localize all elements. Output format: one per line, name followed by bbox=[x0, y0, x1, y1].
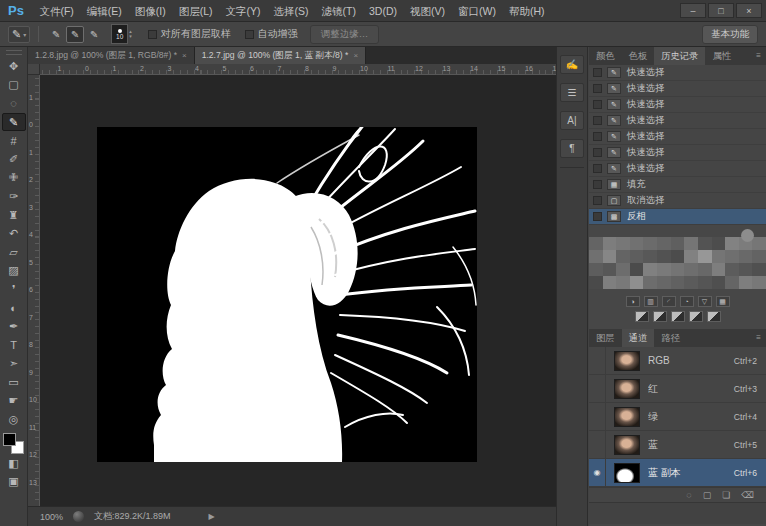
brush-size-spinner[interactable]: ▴ ▾ bbox=[129, 29, 132, 39]
menu-item[interactable]: 文字(Y) bbox=[219, 0, 267, 22]
channel-footer-button[interactable]: ▢ bbox=[703, 490, 712, 500]
tool-button[interactable]: ♜ bbox=[2, 206, 26, 225]
history-state-row[interactable]: ✎ 快速选择 bbox=[589, 161, 766, 177]
menu-item[interactable]: 窗口(W) bbox=[452, 0, 503, 22]
adjustment-preset-icon[interactable] bbox=[635, 311, 649, 322]
panel-tab[interactable]: 通道 bbox=[622, 329, 655, 347]
adjustment-preset-icon[interactable] bbox=[707, 311, 721, 322]
tool-button[interactable]: ▱ bbox=[2, 243, 26, 262]
history-source-checkbox[interactable] bbox=[593, 164, 602, 173]
history-state-row[interactable]: ✎ 快速选择 bbox=[589, 129, 766, 145]
channel-footer-button[interactable]: ⌫ bbox=[741, 490, 754, 500]
adjustment-preset-icon[interactable] bbox=[653, 311, 667, 322]
document-tab[interactable]: 1.2.7.jpg @ 100% (图层 1, 蓝 副本/8) * × bbox=[195, 47, 366, 64]
adjustment-preset-icon[interactable] bbox=[671, 311, 685, 322]
history-source-checkbox[interactable] bbox=[593, 196, 602, 205]
history-source-checkbox[interactable] bbox=[593, 132, 602, 141]
panel-menu-icon[interactable]: ≡ bbox=[756, 329, 766, 347]
history-source-checkbox[interactable] bbox=[593, 212, 602, 221]
option-checkbox[interactable]: 对所有图层取样 bbox=[148, 27, 231, 41]
document-tab[interactable]: 1.2.8.jpg @ 100% (图层 1, RGB/8#) * × bbox=[28, 47, 195, 64]
panel-tab[interactable]: 图层 bbox=[589, 329, 622, 347]
workspace-switcher-button[interactable]: 基本功能 bbox=[702, 25, 758, 44]
menu-item[interactable]: 滤镜(T) bbox=[315, 0, 362, 22]
history-state-row[interactable]: ✎ 快速选择 bbox=[589, 145, 766, 161]
tool-button[interactable]: ▭ bbox=[2, 373, 26, 392]
status-menu-arrow-icon[interactable]: ▶ bbox=[209, 512, 215, 521]
menu-item[interactable]: 图像(I) bbox=[128, 0, 172, 22]
adjustment-icon[interactable]: ▽ bbox=[698, 296, 712, 307]
visibility-toggle[interactable]: ◉ bbox=[589, 459, 606, 486]
adjustment-icon[interactable]: ▦ bbox=[716, 296, 730, 307]
channel-row[interactable]: ◉ 绿 Ctrl+4 bbox=[589, 403, 766, 431]
channel-row[interactable]: ◉ 蓝 副本 Ctrl+6 bbox=[589, 459, 766, 487]
tool-button[interactable]: ▢ bbox=[2, 76, 26, 95]
history-source-checkbox[interactable] bbox=[593, 180, 602, 189]
toolbar-grip[interactable] bbox=[6, 50, 22, 55]
tool-button[interactable]: ➣ bbox=[2, 355, 26, 374]
channel-row[interactable]: ◉ RGB Ctrl+2 bbox=[589, 347, 766, 375]
close-icon[interactable]: × bbox=[353, 51, 358, 60]
history-state-row[interactable]: ▦ 填充 bbox=[589, 177, 766, 193]
tool-button[interactable]: ✐ bbox=[2, 150, 26, 169]
menu-item[interactable]: 帮助(H) bbox=[502, 0, 551, 22]
tool-button[interactable]: ✎ bbox=[2, 113, 26, 132]
menu-item[interactable]: 视图(V) bbox=[404, 0, 452, 22]
selection-mode-button[interactable]: ✎ bbox=[47, 26, 65, 43]
dock-panel-icon[interactable]: ¶ bbox=[560, 139, 584, 158]
panel-tab[interactable]: 颜色 bbox=[589, 47, 622, 65]
history-state-row[interactable]: ✎ 快速选择 bbox=[589, 97, 766, 113]
dock-panel-icon[interactable]: ☰ bbox=[560, 83, 584, 102]
minimize-button[interactable]: – bbox=[680, 3, 706, 18]
refine-edge-button[interactable]: 调整边缘… bbox=[310, 25, 380, 44]
visibility-toggle[interactable]: ◉ bbox=[589, 347, 606, 374]
history-state-row[interactable]: ▢ 取消选择 bbox=[589, 193, 766, 209]
tool-button[interactable]: ✥ bbox=[2, 57, 26, 76]
channel-row[interactable]: ◉ 红 Ctrl+3 bbox=[589, 375, 766, 403]
panel-tab[interactable]: 属性 bbox=[705, 47, 738, 65]
dock-panel-icon[interactable]: A| bbox=[560, 111, 584, 130]
adjustment-icon[interactable]: ▥ bbox=[644, 296, 658, 307]
history-source-checkbox[interactable] bbox=[593, 116, 602, 125]
adjustment-preset-icon[interactable] bbox=[689, 311, 703, 322]
zoom-level-field[interactable]: 100% bbox=[40, 512, 63, 522]
history-state-row[interactable]: ✎ 快速选择 bbox=[589, 81, 766, 97]
tool-button[interactable]: ❜ bbox=[2, 280, 26, 299]
menu-item[interactable]: 图层(L) bbox=[172, 0, 219, 22]
option-checkbox[interactable]: 自动增强 bbox=[245, 27, 298, 41]
menu-item[interactable]: 3D(D) bbox=[363, 0, 404, 22]
tool-button[interactable]: # bbox=[2, 131, 26, 150]
status-sphere-icon[interactable] bbox=[73, 511, 84, 522]
panel-tab[interactable]: 历史记录 bbox=[654, 47, 705, 65]
adjustment-icon[interactable]: ◑ bbox=[626, 296, 640, 307]
canvas-area[interactable] bbox=[40, 75, 556, 506]
foreground-color-swatch[interactable] bbox=[3, 433, 16, 446]
tool-button[interactable]: ↶ bbox=[2, 224, 26, 243]
history-source-checkbox[interactable] bbox=[593, 100, 602, 109]
dock-panel-icon[interactable]: ✍ bbox=[560, 55, 584, 74]
menu-item[interactable]: 文件(F) bbox=[33, 0, 80, 22]
maximize-button[interactable]: □ bbox=[708, 3, 734, 18]
visibility-toggle[interactable]: ◉ bbox=[589, 403, 606, 430]
adjustment-icon[interactable]: ◜ bbox=[662, 296, 676, 307]
history-source-checkbox[interactable] bbox=[593, 68, 602, 77]
tool-button[interactable]: ✙ bbox=[2, 169, 26, 188]
tool-button[interactable]: T bbox=[2, 336, 26, 355]
history-state-row[interactable]: ✎ 快速选择 bbox=[589, 113, 766, 129]
visibility-toggle[interactable]: ◉ bbox=[589, 375, 606, 402]
panel-tab[interactable]: 色板 bbox=[622, 47, 655, 65]
tool-button[interactable]: ✒ bbox=[2, 317, 26, 336]
channel-row[interactable]: ◉ 蓝 Ctrl+5 bbox=[589, 431, 766, 459]
panel-menu-icon[interactable]: ≡ bbox=[756, 47, 766, 65]
history-source-checkbox[interactable] bbox=[593, 148, 602, 157]
visibility-toggle[interactable]: ◉ bbox=[589, 431, 606, 458]
brush-size-picker[interactable]: 10 ▴ ▾ bbox=[111, 24, 132, 44]
history-source-checkbox[interactable] bbox=[593, 84, 602, 93]
tool-button[interactable]: ◎ bbox=[2, 410, 26, 429]
adjustment-icon[interactable]: ◔ bbox=[680, 296, 694, 307]
menu-item[interactable]: 选择(S) bbox=[267, 0, 315, 22]
close-button[interactable]: × bbox=[736, 3, 762, 18]
quick-mask-button[interactable]: ◧ bbox=[2, 454, 26, 473]
menu-item[interactable]: 编辑(E) bbox=[80, 0, 128, 22]
document-image-mask[interactable] bbox=[97, 127, 477, 462]
